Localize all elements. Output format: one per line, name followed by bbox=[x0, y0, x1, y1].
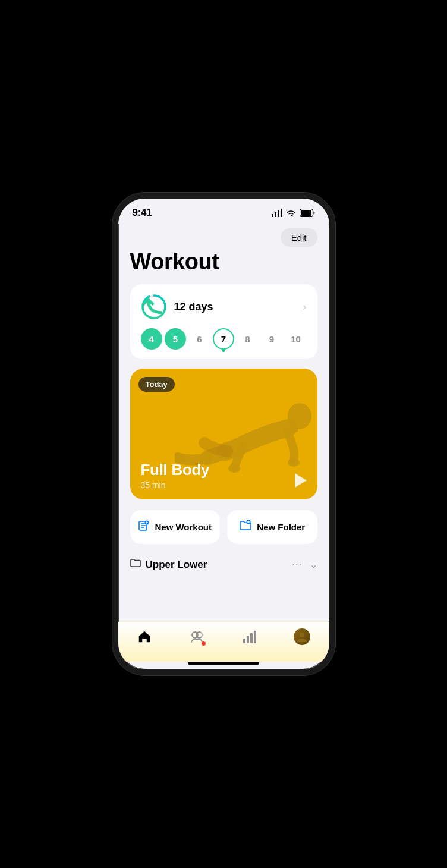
streak-card[interactable]: 12 days › 4 5 6 7 8 9 10 bbox=[130, 284, 317, 359]
day-circle-6: 6 bbox=[189, 328, 210, 350]
tab-profile[interactable] bbox=[294, 628, 310, 645]
today-badge: Today bbox=[138, 377, 175, 392]
svg-point-7 bbox=[228, 464, 240, 473]
main-content: Edit Workout bbox=[118, 224, 329, 622]
action-buttons: New Workout New Folder bbox=[130, 510, 317, 544]
status-bar: 9:41 bbox=[118, 199, 329, 224]
home-indicator bbox=[188, 662, 259, 665]
signal-icon bbox=[272, 209, 282, 217]
tab-home[interactable] bbox=[137, 629, 152, 644]
streak-arrow-icon bbox=[141, 293, 167, 322]
stats-icon bbox=[241, 629, 257, 644]
section-left: Upper Lower bbox=[130, 558, 207, 571]
play-button[interactable] bbox=[295, 473, 307, 488]
tab-bar bbox=[118, 622, 329, 662]
folder-icon bbox=[130, 558, 141, 571]
streak-days-label: 12 days bbox=[174, 301, 213, 313]
new-folder-label: New Folder bbox=[257, 522, 305, 532]
streak-chevron-icon: › bbox=[303, 301, 307, 313]
header: Edit bbox=[130, 224, 317, 249]
tab-stats[interactable] bbox=[241, 629, 257, 644]
day-circles: 4 5 6 7 8 9 10 bbox=[141, 328, 307, 350]
day-circle-7: 7 bbox=[213, 328, 234, 350]
day-circle-10: 10 bbox=[285, 328, 307, 350]
new-workout-label: New Workout bbox=[155, 522, 212, 532]
edit-button[interactable]: Edit bbox=[281, 228, 317, 247]
workout-duration: 35 min bbox=[141, 480, 210, 490]
phone-frame: 9:41 Edit Workout bbox=[112, 193, 335, 675]
day-circle-8: 8 bbox=[237, 328, 259, 350]
streak-row: 12 days › bbox=[141, 294, 307, 320]
wifi-icon bbox=[286, 209, 296, 217]
svg-point-18 bbox=[300, 633, 304, 637]
more-dots-icon[interactable]: ··· bbox=[292, 559, 302, 571]
chevron-down-icon[interactable]: ⌄ bbox=[310, 559, 317, 570]
tab-social[interactable] bbox=[189, 629, 204, 644]
svg-point-13 bbox=[196, 632, 202, 638]
svg-rect-15 bbox=[247, 636, 249, 643]
svg-point-6 bbox=[288, 458, 300, 467]
new-workout-button[interactable]: New Workout bbox=[130, 510, 221, 544]
section-right: ··· ⌄ bbox=[292, 559, 317, 571]
upper-lower-section: Upper Lower ··· ⌄ bbox=[130, 556, 317, 575]
play-icon bbox=[295, 473, 307, 488]
workout-card[interactable]: Today bbox=[130, 369, 317, 499]
status-time: 9:41 bbox=[133, 207, 152, 219]
day-circle-4: 4 bbox=[141, 328, 162, 350]
svg-rect-1 bbox=[301, 210, 311, 216]
new-folder-button[interactable]: New Folder bbox=[227, 510, 317, 544]
day-circle-5: 5 bbox=[165, 328, 186, 350]
page-title: Workout bbox=[130, 249, 317, 275]
svg-rect-14 bbox=[243, 639, 245, 643]
social-badge bbox=[202, 641, 206, 646]
home-icon bbox=[137, 629, 152, 644]
status-icons bbox=[272, 209, 315, 217]
section-title: Upper Lower bbox=[146, 559, 207, 571]
day-circle-9: 9 bbox=[261, 328, 282, 350]
workout-info: Full Body 35 min bbox=[141, 461, 210, 490]
streak-left: 12 days bbox=[141, 294, 213, 320]
workout-name: Full Body bbox=[141, 461, 210, 479]
new-folder-icon bbox=[239, 520, 252, 534]
streak-progress-circle bbox=[141, 294, 167, 320]
battery-icon bbox=[300, 209, 315, 217]
profile-avatar bbox=[294, 628, 310, 645]
svg-rect-16 bbox=[250, 633, 253, 643]
new-workout-icon bbox=[138, 520, 150, 534]
svg-rect-17 bbox=[254, 631, 256, 643]
